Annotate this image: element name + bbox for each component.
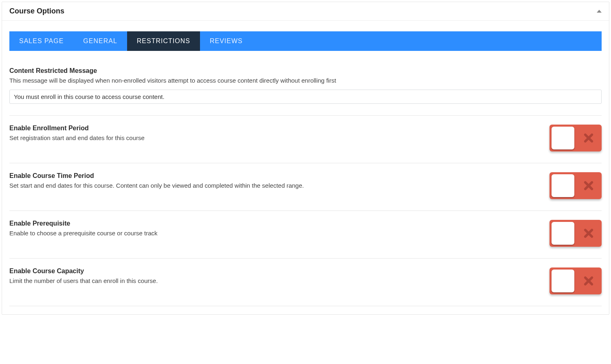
- panel-header: Course Options: [2, 2, 609, 21]
- tab-sales-page[interactable]: SALES PAGE: [9, 31, 73, 51]
- enable-prerequisite-title: Enable Prerequisite: [9, 220, 533, 227]
- toggle-knob: [552, 270, 574, 292]
- enable-course-time-period-desc: Set start and end dates for this course.…: [9, 181, 533, 191]
- enable-prerequisite-desc: Enable to choose a prerequisite course o…: [9, 229, 533, 238]
- enable-prerequisite-section: Enable Prerequisite Enable to choose a p…: [9, 211, 602, 259]
- close-icon: [583, 132, 594, 144]
- close-icon: [583, 180, 594, 191]
- toggle-knob: [552, 174, 574, 197]
- tabs: SALES PAGE GENERAL RESTRICTIONS REVIEWS: [9, 31, 602, 51]
- enable-enrollment-period-desc: Set registration start and end dates for…: [9, 134, 533, 143]
- tab-restrictions[interactable]: RESTRICTIONS: [127, 31, 200, 51]
- panel-title: Course Options: [9, 7, 64, 15]
- enable-enrollment-period-section: Enable Enrollment Period Set registratio…: [9, 116, 602, 163]
- enable-prerequisite-toggle[interactable]: [549, 220, 602, 247]
- enable-course-time-period-section: Enable Course Time Period Set start and …: [9, 163, 602, 211]
- enable-course-capacity-toggle[interactable]: [549, 268, 602, 294]
- course-options-panel: Course Options SALES PAGE GENERAL RESTRI…: [2, 2, 609, 315]
- close-icon: [583, 275, 594, 287]
- tab-general[interactable]: GENERAL: [73, 31, 127, 51]
- content-area: Content Restricted Message This message …: [2, 51, 609, 314]
- content-restricted-message-input[interactable]: [9, 90, 602, 104]
- enable-course-time-period-toggle[interactable]: [549, 172, 602, 199]
- enable-course-capacity-title: Enable Course Capacity: [9, 268, 533, 275]
- content-restricted-message-title: Content Restricted Message: [9, 67, 602, 75]
- enable-enrollment-period-title: Enable Enrollment Period: [9, 125, 533, 132]
- toggle-knob: [552, 127, 574, 149]
- enable-course-capacity-section: Enable Course Capacity Limit the number …: [9, 259, 602, 306]
- toggle-knob: [552, 222, 574, 245]
- collapse-icon[interactable]: [597, 10, 602, 13]
- content-restricted-message-desc: This message will be displayed when non-…: [9, 76, 602, 86]
- enable-course-capacity-desc: Limit the number of users that can enrol…: [9, 276, 533, 286]
- close-icon: [583, 228, 594, 239]
- enable-course-time-period-title: Enable Course Time Period: [9, 172, 533, 180]
- content-restricted-message-section: Content Restricted Message This message …: [9, 67, 602, 116]
- enable-enrollment-period-toggle[interactable]: [549, 125, 602, 151]
- tab-reviews[interactable]: REVIEWS: [200, 31, 253, 51]
